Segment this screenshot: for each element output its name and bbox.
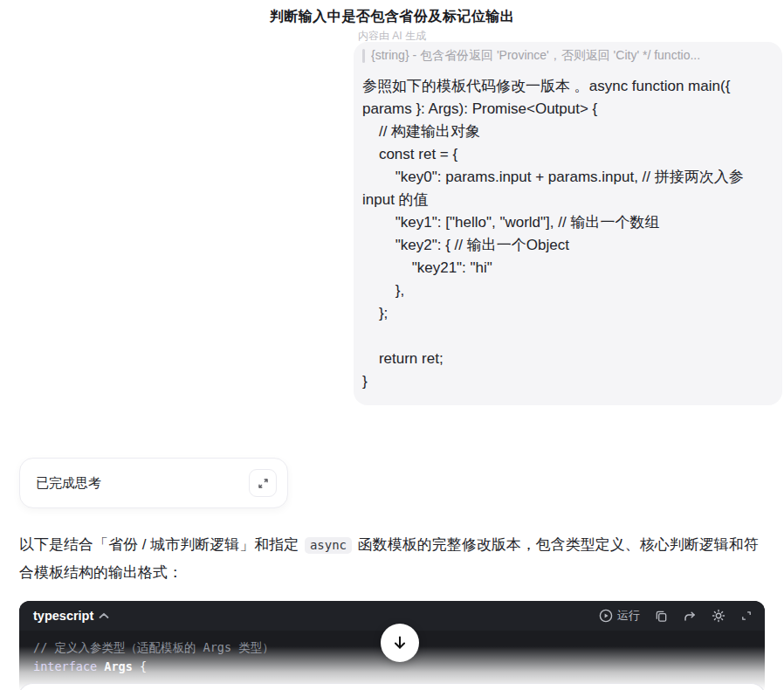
expand-thinking-button[interactable] bbox=[249, 469, 277, 497]
quote-bar bbox=[362, 49, 365, 63]
play-icon bbox=[599, 609, 613, 623]
answer-intro: 以下是结合「省份 / 城市判断逻辑」和指定 async 函数模板的完整修改版本，… bbox=[19, 531, 767, 586]
expand-icon bbox=[257, 477, 270, 490]
theme-button[interactable] bbox=[712, 609, 726, 623]
code-toolbar: 运行 bbox=[599, 608, 753, 624]
user-message-text: 参照如下的模板代码修改一版本 。async function main({ pa… bbox=[362, 75, 770, 393]
copy-icon bbox=[655, 610, 668, 623]
chat-page: 判断输入中是否包含省份及标记位输出 内容由 AI 生成 {string} - 包… bbox=[0, 0, 784, 690]
sun-icon bbox=[712, 609, 726, 623]
copy-button[interactable] bbox=[655, 610, 668, 623]
quoted-reference: {string} - 包含省份返回 'Province'，否则返回 'City'… bbox=[362, 47, 770, 65]
arrow-redirect-icon bbox=[683, 609, 697, 623]
scroll-to-bottom-button[interactable] bbox=[381, 624, 419, 662]
send-to-canvas-button[interactable] bbox=[683, 609, 697, 623]
page-title: 判断输入中是否包含省份及标记位输出 bbox=[0, 8, 784, 26]
run-label: 运行 bbox=[617, 608, 640, 624]
thinking-panel[interactable]: 已完成思考 bbox=[19, 458, 288, 508]
language-toggle[interactable]: typescript bbox=[33, 609, 109, 623]
inline-code-async: async bbox=[305, 537, 352, 554]
expand-code-button[interactable] bbox=[740, 610, 753, 622]
run-button[interactable]: 运行 bbox=[599, 608, 640, 624]
answer-intro-before: 以下是结合「省份 / 城市判断逻辑」和指定 bbox=[19, 536, 299, 553]
language-label: typescript bbox=[33, 609, 93, 623]
quote-text: {string} - 包含省份返回 'Province'，否则返回 'City'… bbox=[371, 48, 700, 64]
expand-icon bbox=[740, 610, 753, 622]
chat-input-container[interactable] bbox=[17, 683, 767, 690]
arrow-down-icon bbox=[390, 633, 409, 652]
thinking-label: 已完成思考 bbox=[36, 475, 101, 492]
user-message-bubble: {string} - 包含省份返回 'Province'，否则返回 'City'… bbox=[354, 42, 782, 405]
chevron-up-icon bbox=[99, 612, 109, 619]
